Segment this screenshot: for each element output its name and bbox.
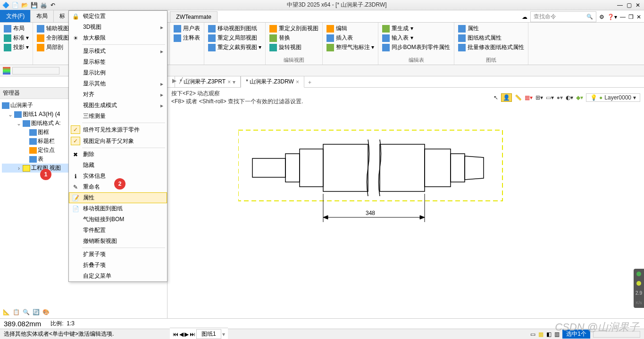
status-icon-1[interactable]: ▭ (530, 331, 535, 338)
rib-project[interactable]: 投影 ▾ (4, 43, 29, 51)
view-icon[interactable]: ▭▾ (546, 94, 554, 101)
ctx-expand[interactable]: 扩展子项 (69, 249, 167, 260)
ctx-delete[interactable]: ✖删除 (69, 149, 167, 160)
status-icon-2[interactable]: ▦ (538, 331, 544, 338)
tool-more[interactable]: … (207, 77, 213, 84)
min2-icon[interactable]: — (620, 14, 626, 20)
rib-redef-local[interactable]: 重定义局部视图 (208, 34, 261, 42)
rib-redef-section[interactable]: 重定义剖面视图 (269, 25, 318, 33)
rib-standard[interactable]: 标准 ▾ (4, 34, 29, 42)
close-tab-icon[interactable]: × (227, 79, 231, 85)
rib-replace[interactable]: 替换 (269, 34, 318, 42)
close2-icon[interactable]: ✕ (636, 14, 641, 20)
ctx-lock[interactable]: 🔒锁定位置 (69, 11, 167, 22)
rib-redef-crop[interactable]: 重定义裁剪视图 ▾ (208, 43, 261, 51)
tab-layout[interactable]: 布局 (30, 10, 54, 22)
mgr-tool-1[interactable]: 📐 (3, 309, 10, 315)
drawing-canvas[interactable]: ▶ ╱ ◠ ○ ▭ … 按下<F2> 动态观察 <F8> 或者 <Shift-r… (167, 88, 644, 318)
mgr-tool-5[interactable]: 🎨 (42, 309, 50, 315)
select-icon[interactable]: 👤 (501, 93, 512, 102)
render-icon[interactable]: ◐▾ (566, 94, 573, 101)
tool-circle[interactable]: ○ (193, 77, 196, 84)
ctx-movetosheet[interactable]: 📄移动视图到图纸 (69, 203, 167, 214)
rib-inputtable[interactable]: 输入表 ▾ (382, 34, 450, 42)
filter-icon[interactable] (3, 67, 10, 74)
rib-props[interactable]: 属性 (458, 25, 524, 33)
open-icon[interactable]: 📂 (21, 1, 28, 9)
save-icon[interactable]: 💾 (30, 1, 38, 9)
close-icon[interactable]: ✕ (636, 2, 640, 8)
ctx-zoomlimit[interactable]: ☀放大极限 (69, 33, 167, 43)
new-icon[interactable]: 📄 (11, 1, 19, 9)
mgr-tool-3[interactable]: 🔍 (23, 309, 30, 315)
sheet-first-icon[interactable]: ⏮ (173, 331, 178, 338)
sheet-prev-icon[interactable]: ◀ (179, 331, 184, 338)
ctx-orientparent[interactable]: ✓视图定向基于父对象 (69, 135, 167, 147)
tool-line[interactable]: ╱ (179, 77, 183, 84)
play-icon[interactable]: ▶ (172, 77, 176, 84)
maximize-icon[interactable]: ▢ (627, 2, 632, 8)
settings-icon[interactable]: ⚙ (599, 14, 604, 20)
rib-annot[interactable]: 注释表 (174, 34, 200, 42)
grid-icon[interactable]: ▦▾ (525, 94, 533, 101)
status-combo[interactable] (593, 331, 640, 338)
ctx-3dmeasure[interactable]: 三维测量 (69, 111, 167, 122)
tool-arc[interactable]: ◠ (185, 77, 190, 84)
ctx-showscale[interactable]: 显示比例 (69, 67, 167, 78)
shade-icon[interactable]: ●▾ (557, 94, 563, 101)
rib-rotate[interactable]: 旋转视图 (269, 43, 318, 51)
print-icon[interactable]: 🖨️ (40, 1, 47, 9)
ctx-partconfig[interactable]: 零件配置 (69, 225, 167, 236)
ctx-hide[interactable]: 隐藏 (69, 160, 167, 171)
ctx-showlabel[interactable]: 显示标签 (69, 57, 167, 67)
status-icon-4[interactable]: ▥ (554, 331, 560, 338)
cursor-icon[interactable]: ↖ (493, 94, 498, 101)
rib-moveview[interactable]: 移动视图到图纸 (208, 25, 261, 33)
ctx-customize[interactable]: 自定义菜单 (69, 271, 167, 281)
minimize-icon[interactable]: — (617, 2, 623, 8)
ctx-displaymode[interactable]: 显示模式▸ (69, 46, 167, 57)
doctab-drw[interactable]: * 山涧果子.Z3DRW× (241, 76, 304, 88)
snap-icon[interactable]: ⊞▾ (535, 94, 543, 101)
rib-regen[interactable]: 重生成 ▾ (382, 25, 450, 33)
filter-dropdown[interactable] (12, 67, 59, 74)
ctx-showother[interactable]: 显示其他▸ (69, 78, 167, 89)
tab-teammate[interactable]: ZWTeammate (170, 11, 217, 22)
ctx-3dview[interactable]: 3D视图▸ (69, 22, 167, 33)
tab-file[interactable]: 文件(F) (0, 10, 31, 22)
mgr-tool-2[interactable]: 📋 (13, 309, 20, 315)
measure-icon[interactable]: 📏 (515, 94, 522, 101)
status-icon-3[interactable]: ◧ (546, 331, 552, 338)
ctx-balloonbom[interactable]: 气泡链接到BOM (69, 214, 167, 225)
layer-selector[interactable]: 💡●Layer0000 ▾ (586, 93, 640, 102)
sheet-tab[interactable]: 图纸1 (196, 329, 221, 339)
search-input[interactable]: 查找命令 (530, 11, 596, 22)
ctx-undobreak[interactable]: 撤销断裂视图 (69, 236, 167, 247)
ctx-collapse[interactable]: 折叠子项 (69, 260, 167, 271)
rib-edit[interactable]: 编辑 (326, 25, 374, 33)
undo-icon[interactable]: ↶ (49, 1, 57, 9)
tool-rect[interactable]: ▭ (199, 77, 204, 84)
restore-icon[interactable]: ❐ (628, 14, 634, 20)
rib-insert[interactable]: 插入表 (326, 34, 374, 42)
rib-batchprops[interactable]: 批量修改图纸格式属性 (458, 43, 524, 51)
drawing-view[interactable]: 348 (238, 116, 569, 239)
color-icon[interactable]: ◆▾ (576, 94, 583, 101)
hint-1: 按下<F2> 动态观察 (171, 90, 303, 98)
close-tab-icon[interactable]: × (296, 79, 299, 85)
sheet-next-icon[interactable]: ▶ (184, 331, 189, 338)
rib-layout[interactable]: 布局 (4, 25, 29, 33)
add-tab[interactable]: + (304, 78, 315, 87)
sheet-last-icon[interactable]: ⏭ (190, 331, 195, 338)
rib-syncbom[interactable]: 同步BOM表到零件属性 (382, 43, 450, 51)
ctx-genmode[interactable]: 视图生成模式▸ (69, 100, 167, 111)
mgr-tool-4[interactable]: 🔄 (33, 309, 40, 315)
rib-usertable[interactable]: 用户表 (174, 25, 200, 33)
ctx-align[interactable]: 对齐▸ (69, 89, 167, 100)
rib-sheetprops[interactable]: 图纸格式属性 (458, 34, 524, 42)
ctx-compvis[interactable]: ✓组件可见性来源于零件 (69, 124, 167, 135)
help-icon[interactable]: ❓▾ (607, 14, 617, 20)
cloud-icon[interactable]: ☁ (522, 14, 527, 20)
rib-balloon[interactable]: 整理气泡标注 ▾ (326, 43, 374, 51)
ctx-properties[interactable]: 📝属性 (69, 192, 167, 203)
